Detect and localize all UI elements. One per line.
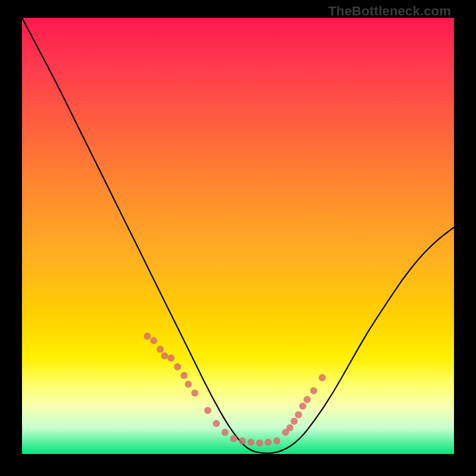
marker-point — [273, 437, 280, 444]
chart-frame: TheBottleneck.com — [0, 0, 476, 476]
marker-point — [295, 411, 302, 418]
marker-point — [299, 402, 306, 409]
marker-point — [168, 355, 175, 362]
marker-point — [239, 437, 246, 444]
marker-point — [161, 352, 168, 359]
watermark-label: TheBottleneck.com — [328, 4, 451, 19]
marker-point — [256, 440, 263, 447]
marker-point — [174, 363, 181, 370]
marker-point — [180, 372, 187, 379]
marker-point — [144, 333, 151, 340]
marker-point — [185, 381, 192, 388]
marker-point — [204, 407, 211, 414]
marker-point — [310, 387, 317, 394]
marker-point — [290, 418, 298, 425]
marker-point — [156, 346, 164, 353]
marker-point — [221, 428, 228, 436]
marker-point — [265, 439, 272, 446]
marker-point — [319, 374, 326, 381]
marker-point — [248, 439, 255, 446]
marker-point — [303, 396, 311, 403]
marker-point — [150, 337, 157, 344]
marker-point — [213, 420, 220, 427]
chart-svg — [22, 18, 454, 454]
marker-point — [191, 389, 198, 396]
plot-area — [22, 18, 454, 454]
marker-point — [230, 435, 237, 442]
marker-point — [286, 424, 293, 431]
marker-group — [144, 333, 326, 447]
curve-line — [22, 18, 454, 453]
